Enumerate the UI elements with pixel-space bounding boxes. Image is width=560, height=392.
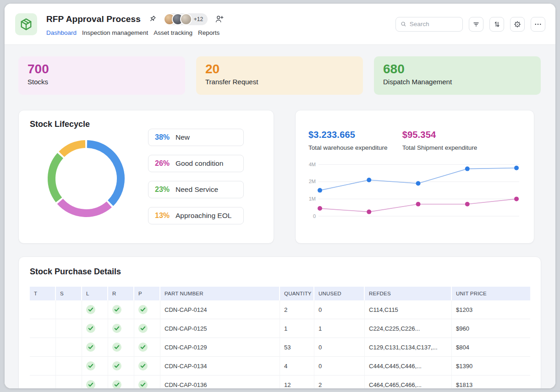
stat-card-transfer-request[interactable]: 20Transfer Request bbox=[196, 56, 363, 95]
search-box[interactable] bbox=[395, 17, 463, 32]
legend-percent: 13% bbox=[155, 212, 170, 220]
refdes-cell: C114,C115 bbox=[365, 300, 452, 319]
table-row[interactable]: CDN-CAP-012511C224,C225,C226...$960 bbox=[30, 319, 530, 338]
table-row[interactable]: CDN-CAP-013440C444,C445,C446,...$1390 bbox=[30, 357, 530, 376]
check-cell bbox=[82, 376, 108, 388]
column-header-quantity: QUANTITY bbox=[280, 287, 314, 300]
refdes-cell: C444,C445,C446,... bbox=[365, 357, 452, 376]
data-point bbox=[367, 210, 371, 214]
expenditure-card: $3.233.665 Total warehouse expenditure $… bbox=[295, 110, 534, 244]
legend-percent: 26% bbox=[155, 159, 170, 168]
part-number-cell: CDN-CAP-0124 bbox=[160, 300, 280, 319]
check-icon bbox=[138, 380, 148, 388]
warehouse-expenditure-value: $3.233.665 bbox=[308, 130, 388, 140]
check-icon bbox=[86, 324, 95, 333]
nav-tab-inspection-management[interactable]: Inspection management bbox=[82, 29, 148, 36]
nav-tab-asset-tracking[interactable]: Asset tracking bbox=[154, 29, 192, 36]
check-icon bbox=[112, 380, 121, 388]
data-point bbox=[416, 181, 421, 186]
column-header-unit-price: UNIT PRICE bbox=[452, 287, 530, 300]
column-header-refdes: REFDES bbox=[365, 287, 452, 300]
expenditure-line-chart: 01M2M4M bbox=[307, 158, 524, 223]
data-point bbox=[318, 206, 322, 211]
sort-button[interactable] bbox=[489, 17, 504, 32]
nav-tab-dashboard[interactable]: Dashboard bbox=[46, 29, 77, 36]
sort-icon bbox=[493, 20, 501, 28]
refdes-cell: C129,C131,C134,C137,... bbox=[365, 338, 452, 357]
check-icon bbox=[86, 305, 95, 314]
stat-value: 20 bbox=[205, 62, 354, 76]
unit-price-cell: $960 bbox=[452, 319, 530, 338]
filter-button[interactable] bbox=[469, 17, 483, 32]
check-icon bbox=[138, 324, 148, 333]
unused-cell: 2 bbox=[314, 376, 365, 388]
table-row[interactable]: CDN-CAP-012420C114,C115$1203 bbox=[30, 300, 530, 319]
more-button[interactable] bbox=[531, 17, 545, 32]
stock-lifecycle-donut-chart bbox=[43, 135, 130, 224]
check-cell bbox=[108, 338, 134, 357]
donut-segment-new bbox=[87, 144, 121, 203]
nav-tab-reports[interactable]: Reports bbox=[198, 29, 220, 36]
part-number-cell: CDN-CAP-0129 bbox=[160, 338, 280, 357]
legend-label: Good condition bbox=[176, 159, 223, 168]
check-icon bbox=[86, 343, 95, 352]
app-window: RFP Approval Process +12 bbox=[5, 4, 555, 388]
check-cell bbox=[108, 319, 134, 338]
unused-cell: 0 bbox=[314, 300, 365, 319]
empty-cell bbox=[56, 338, 82, 357]
legend-item-approaching-eol[interactable]: 13%Approaching EOL bbox=[148, 207, 244, 224]
stock-lifecycle-legend: 38%New26%Good condition23%Need Service13… bbox=[148, 129, 244, 224]
empty-cell bbox=[30, 300, 56, 319]
search-input[interactable] bbox=[410, 21, 458, 27]
table-row[interactable]: CDN-CAP-0129530C129,C131,C134,C137,...$8… bbox=[30, 338, 530, 357]
filter-icon bbox=[472, 20, 480, 28]
data-point bbox=[465, 202, 470, 207]
nav-tabs: DashboardInspection managementAsset trac… bbox=[46, 29, 395, 36]
stat-card-dispatch-management[interactable]: 680Dispatch Management bbox=[374, 56, 541, 95]
unit-price-cell: $1390 bbox=[452, 357, 530, 376]
warehouse-expenditure-label: Total warehouse expenditure bbox=[308, 144, 388, 151]
stat-card-stocks[interactable]: 700Stocks bbox=[18, 56, 185, 95]
y-axis-tick-label: 1M bbox=[309, 196, 316, 201]
shipment-expenditure-value: $95.354 bbox=[402, 130, 478, 140]
avatar-overflow-count: +12 bbox=[194, 16, 203, 22]
data-point bbox=[514, 196, 519, 201]
legend-label: New bbox=[176, 133, 190, 142]
check-cell bbox=[134, 300, 160, 319]
check-cell bbox=[82, 338, 108, 357]
check-icon bbox=[112, 361, 121, 370]
avatar-group[interactable]: +12 bbox=[164, 13, 208, 25]
column-header-part-number: PART NUMBER bbox=[160, 287, 280, 300]
legend-label: Approaching EOL bbox=[176, 212, 231, 220]
check-icon bbox=[138, 305, 148, 314]
check-cell bbox=[134, 338, 160, 357]
table-row[interactable]: CDN-CAP-0136122C464,C465,C466,...$1813 bbox=[30, 376, 530, 388]
data-point bbox=[318, 188, 322, 193]
settings-button[interactable] bbox=[510, 17, 525, 32]
stat-label: Dispatch Management bbox=[383, 78, 532, 86]
part-number-cell: CDN-CAP-0136 bbox=[160, 376, 280, 388]
legend-item-new[interactable]: 38%New bbox=[148, 129, 244, 146]
stats-row: 700Stocks20Transfer Request680Dispatch M… bbox=[18, 56, 542, 95]
pin-button[interactable] bbox=[148, 15, 157, 24]
y-axis-tick-label: 0 bbox=[313, 213, 316, 219]
empty-cell bbox=[30, 376, 56, 388]
check-icon bbox=[112, 305, 121, 314]
page-title: RFP Approval Process bbox=[46, 14, 141, 24]
check-cell bbox=[134, 357, 160, 376]
donut-segment-good-condition bbox=[60, 201, 109, 213]
check-icon bbox=[86, 380, 95, 388]
quantity-cell: 4 bbox=[280, 357, 314, 376]
add-member-button[interactable] bbox=[214, 14, 224, 24]
empty-cell bbox=[56, 357, 82, 376]
column-header-s: S bbox=[56, 287, 82, 300]
check-icon bbox=[112, 324, 121, 333]
quantity-cell: 1 bbox=[280, 319, 314, 338]
legend-item-need-service[interactable]: 23%Need Service bbox=[148, 181, 244, 198]
quantity-cell: 12 bbox=[280, 376, 314, 388]
legend-item-good-condition[interactable]: 26%Good condition bbox=[148, 155, 244, 172]
column-header-p: P bbox=[134, 287, 160, 300]
user-plus-icon bbox=[214, 14, 224, 24]
column-header-r: R bbox=[108, 287, 134, 300]
part-number-cell: CDN-CAP-0134 bbox=[160, 357, 280, 376]
